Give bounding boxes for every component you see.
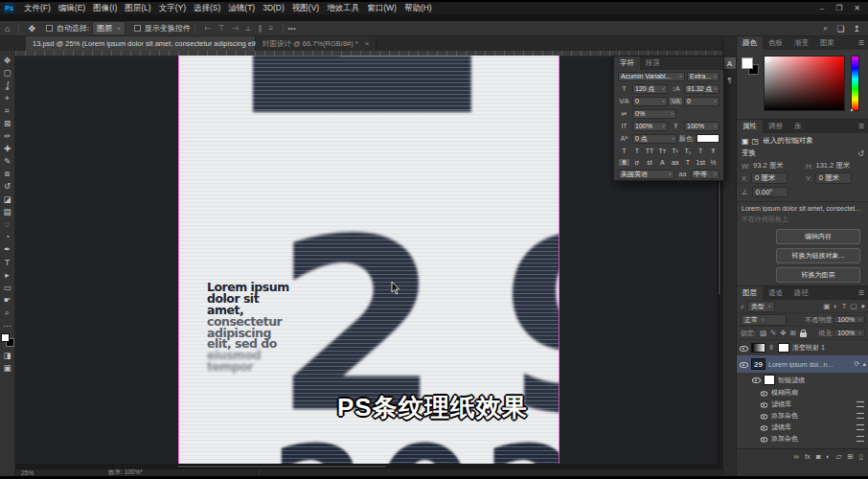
document-tab[interactable]: 13.psd @ 25% (Lorem ipsum dolor sit amet…	[26, 36, 256, 51]
blur-tool[interactable]: ◌	[1, 217, 14, 230]
layer-filter-dropdown[interactable]: 类型	[747, 301, 775, 312]
layer-mask-thumbnail[interactable]	[778, 343, 789, 353]
foreground-color-swatch[interactable]	[742, 57, 753, 69]
zoom-level-field[interactable]: 25%	[21, 469, 34, 476]
panel-tab[interactable]: 段落	[640, 57, 666, 70]
filter-visibility-icon[interactable]	[761, 412, 768, 420]
lasso-tool[interactable]: ʆ	[1, 79, 14, 91]
menu-item[interactable]: 编辑(E)	[55, 3, 89, 14]
panel-tab[interactable]: 颜色	[737, 36, 763, 50]
eyedropper-tool[interactable]: ✑	[1, 129, 14, 142]
antialias-dropdown[interactable]: 中等	[691, 170, 720, 179]
fractions-icon[interactable]: ½	[708, 159, 719, 166]
filter-smart-objects-icon[interactable]: ●	[860, 302, 865, 310]
convert-to-linked-button[interactable]: 转换为链接对象...	[776, 248, 860, 263]
smart-object-thumbnail[interactable]	[751, 358, 765, 370]
lock-position-icon[interactable]: ✥	[780, 329, 786, 337]
menu-item[interactable]: 滤镜(T)	[224, 3, 259, 14]
filter-visibility-icon[interactable]	[761, 423, 768, 431]
layer-group-icon[interactable]: ▱	[836, 452, 842, 461]
menu-item[interactable]: 增效工具	[323, 3, 363, 14]
picker-cursor[interactable]	[765, 57, 770, 62]
panel-tab[interactable]: 图层	[737, 286, 763, 300]
filter-blend-options-icon[interactable]	[857, 401, 864, 407]
panel-menu-icon[interactable]: ☰	[858, 123, 868, 130]
font-family-dropdown[interactable]: Acumin Variabl...	[618, 72, 685, 81]
rotation-field[interactable]: 0.00°	[752, 187, 788, 197]
faux-bold-icon[interactable]: T	[619, 148, 629, 154]
smart-filter-row[interactable]: 滤镜库	[737, 399, 868, 410]
color-swatches[interactable]	[742, 57, 761, 77]
panel-tab[interactable]: 路径	[788, 286, 814, 300]
share-icon[interactable]: ↥	[853, 24, 860, 34]
edit-contents-button[interactable]: 编辑内容	[776, 229, 860, 244]
leading-field[interactable]: 91.32 点	[684, 84, 720, 94]
filter-type-layers-icon[interactable]: T	[842, 302, 847, 310]
filter-blend-options-icon[interactable]	[857, 413, 864, 419]
width-value[interactable]: 93.2 厘米	[753, 161, 784, 171]
edit-toolbar-icon[interactable]: ⋯	[1, 319, 14, 331]
restore-button[interactable]: ❐	[835, 4, 842, 12]
lock-all-icon[interactable]	[800, 332, 807, 337]
scrollbar-thumb[interactable]	[176, 465, 387, 468]
align-left-icon[interactable]: ⊢	[205, 24, 212, 33]
filter-visibility-icon[interactable]	[761, 389, 768, 397]
horizontal-scale-field[interactable]: 100%	[684, 122, 720, 131]
path-selection-tool[interactable]: ▸	[1, 268, 14, 281]
hue-slider-thumb[interactable]	[850, 108, 854, 112]
filter-blend-options-icon[interactable]	[857, 424, 864, 430]
brush-tool[interactable]: ✎	[1, 155, 14, 168]
close-tab-icon[interactable]: ×	[365, 39, 370, 48]
layer-mask-icon[interactable]: ◙	[816, 452, 821, 461]
swash-icon[interactable]: A	[657, 159, 668, 166]
layer-name[interactable]: 渐变映射 1	[792, 343, 825, 353]
panel-tab[interactable]: 渐变	[788, 36, 814, 50]
character-panel-icon[interactable]: A	[724, 57, 736, 69]
filter-visibility-icon[interactable]	[761, 435, 768, 443]
paragraph-panel-icon[interactable]: ¶	[724, 74, 736, 85]
language-dropdown[interactable]: 美国英语	[618, 170, 674, 179]
align-right-icon[interactable]: ⊣	[232, 24, 239, 33]
adjustment-layer-icon[interactable]: ◐	[826, 452, 831, 461]
menu-item[interactable]: 视图(V)	[288, 3, 323, 14]
filter-name[interactable]: 添加杂色	[771, 434, 798, 444]
y-field[interactable]: 0 厘米	[815, 172, 852, 184]
marquee-tool[interactable]: ▢	[1, 66, 14, 79]
home-icon[interactable]: ⌂	[0, 24, 14, 34]
smart-filter-row[interactable]: 模糊画廊	[737, 387, 868, 399]
panel-tab[interactable]: 图案	[814, 36, 840, 50]
vertical-scale-field[interactable]: 100%	[632, 122, 668, 131]
gradient-tool[interactable]: ▤	[1, 205, 14, 217]
menu-item[interactable]: 图层(L)	[121, 3, 154, 14]
fill-field[interactable]: 100%	[834, 329, 865, 337]
layer-visibility-icon[interactable]	[740, 344, 748, 353]
foreground-color-swatch[interactable]	[1, 333, 10, 342]
eraser-tool[interactable]: ◪	[1, 193, 14, 205]
hand-tool[interactable]: ☛	[1, 294, 14, 307]
lock-artboard-icon[interactable]: ⊞	[790, 329, 796, 337]
smart-filters-row[interactable]: 智能滤镜	[737, 373, 868, 387]
smart-filter-row[interactable]: 添加杂色	[737, 410, 868, 422]
smart-filters-mask-thumbnail[interactable]	[764, 375, 775, 385]
layer-visibility-icon[interactable]	[740, 360, 748, 369]
panel-tab[interactable]: 调整	[763, 120, 788, 133]
object-selection-tool[interactable]: ⌖	[1, 92, 14, 104]
layer-row-gradient-map[interactable]: ∞ 渐变映射 1	[737, 340, 868, 355]
clone-stamp-tool[interactable]: ⧈	[1, 168, 14, 180]
dodge-tool[interactable]: ◔	[1, 231, 14, 243]
quick-mask-icon[interactable]: ◨	[1, 349, 14, 361]
search-icon[interactable]: ⌕	[823, 23, 828, 34]
auto-select-dropdown[interactable]: 图层	[92, 21, 126, 35]
show-transform-checkbox[interactable]	[134, 25, 141, 32]
panel-tab[interactable]: 色板	[763, 36, 788, 50]
align-center-h-icon[interactable]: ⊤	[218, 24, 225, 33]
filter-pixel-layers-icon[interactable]: ▣	[823, 302, 830, 310]
frame-tool[interactable]: ⊠	[1, 117, 14, 129]
panel-tab[interactable]: 通道	[763, 286, 788, 300]
gradient-map-thumbnail[interactable]	[751, 343, 765, 353]
menu-item[interactable]: 3D(D)	[259, 3, 288, 14]
contextual-alternates-icon[interactable]: ơ	[631, 159, 642, 166]
healing-brush-tool[interactable]: ✚	[1, 142, 14, 154]
move-tool[interactable]: ✥	[1, 54, 14, 66]
small-caps-icon[interactable]: Tт	[657, 148, 668, 154]
